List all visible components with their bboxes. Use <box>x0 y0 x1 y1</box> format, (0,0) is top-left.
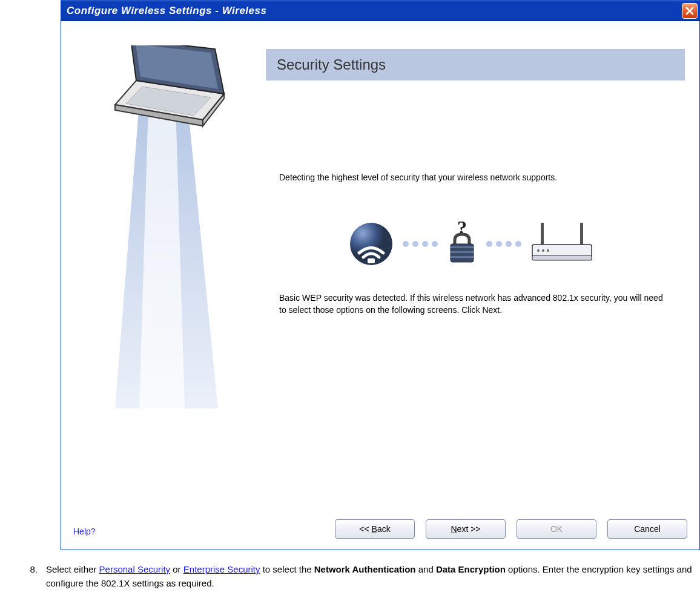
laptop-beam-illustration <box>97 45 230 421</box>
document-instruction-step: 8. Select either Personal Security or En… <box>24 562 700 591</box>
svg-rect-10 <box>532 255 592 260</box>
personal-security-link[interactable]: Personal Security <box>99 564 171 574</box>
router-icon <box>529 220 595 268</box>
instruction-number: 8. <box>24 562 46 591</box>
svg-rect-7 <box>541 223 544 245</box>
instruction-t1: Select either <box>46 564 99 574</box>
svg-rect-9 <box>532 245 592 257</box>
instruction-bold1: Network Authentication <box>314 564 416 574</box>
instruction-t4: and <box>416 564 436 574</box>
instruction-bold2: Data Encryption <box>436 564 506 574</box>
help-link[interactable]: Help? <box>73 527 96 536</box>
window-titlebar: Configure Wireless Settings - Wireless <box>61 0 700 21</box>
instruction-t3: to select the <box>260 564 314 574</box>
ok-button: OK <box>517 519 596 539</box>
next-accesskey: N <box>451 524 457 534</box>
detecting-text: Detecting the highest level of security … <box>279 171 663 183</box>
svg-point-12 <box>542 249 544 252</box>
result-text: Basic WEP security was detected. If this… <box>279 292 663 316</box>
dialog-body: Security Settings Detecting the highest … <box>61 21 700 550</box>
wifi-signal-icon <box>347 220 395 268</box>
svg-rect-5 <box>451 251 474 253</box>
detection-icon-row: ? <box>279 220 663 268</box>
next-button[interactable]: Next >> <box>426 519 506 539</box>
connector-dots <box>486 241 521 247</box>
next-suffix: ext >> <box>457 524 481 534</box>
right-content-pane: Security Settings Detecting the highest … <box>266 21 699 550</box>
connector-dots <box>403 241 438 247</box>
svg-rect-1 <box>368 258 375 263</box>
lock-question-icon: ? <box>445 221 479 267</box>
back-prefix: << <box>359 524 371 534</box>
content-heading: Security Settings <box>277 56 386 73</box>
back-button[interactable]: << Back <box>335 519 415 539</box>
close-icon <box>685 7 694 15</box>
main-content: Detecting the highest level of security … <box>266 80 699 316</box>
enterprise-security-link[interactable]: Enterprise Security <box>183 564 260 574</box>
instruction-t2: or <box>170 564 183 574</box>
svg-rect-4 <box>451 246 474 248</box>
button-row: << Back Next >> OK Cancel <box>335 519 687 539</box>
back-accesskey: B <box>372 524 377 534</box>
content-heading-bar: Security Settings <box>266 49 685 80</box>
svg-point-13 <box>547 249 549 252</box>
back-suffix: ack <box>377 524 391 534</box>
window-title: Configure Wireless Settings - Wireless <box>67 5 266 17</box>
close-button[interactable] <box>682 3 698 19</box>
svg-rect-6 <box>451 256 474 258</box>
svg-point-11 <box>537 249 540 252</box>
cancel-button[interactable]: Cancel <box>607 519 687 539</box>
instruction-text: Select either Personal Security or Enter… <box>46 562 700 591</box>
wireless-settings-dialog: Configure Wireless Settings - Wireless <box>61 0 700 550</box>
left-illustration-pane <box>61 21 266 550</box>
svg-rect-8 <box>580 223 583 245</box>
